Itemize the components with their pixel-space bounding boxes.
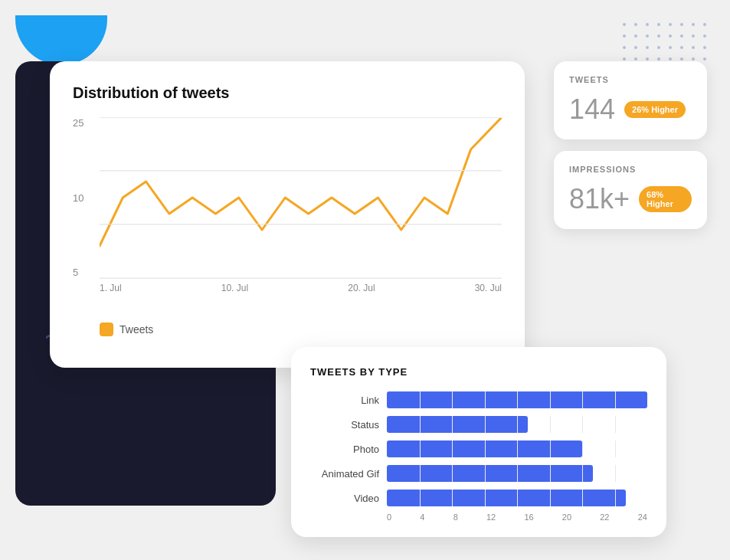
grid-line-bottom — [100, 224, 502, 224]
y-label-25: 25 — [73, 117, 92, 129]
x-label-30jul: 30. Jul — [475, 283, 502, 293]
x-axis-label: 8 — [453, 513, 458, 522]
bar-fill — [387, 416, 528, 433]
dot — [669, 23, 672, 26]
dot — [692, 57, 695, 61]
dot — [669, 34, 672, 38]
impressions-stat-row: 81k+ 68% Higher — [569, 183, 692, 215]
x-label-10jul: 10. Jul — [221, 283, 248, 293]
dot — [680, 57, 683, 61]
legend-label-tweets: Tweets — [119, 323, 153, 336]
impressions-stat-value: 81k+ — [569, 183, 630, 215]
dot — [623, 23, 626, 26]
dot — [646, 34, 649, 38]
dot — [657, 57, 660, 61]
bar-label: Video — [310, 493, 379, 504]
bar-label: Status — [310, 419, 379, 431]
bar-chart-x-axis: 0481216202224 — [310, 513, 647, 522]
distribution-title: Distribution of tweets — [73, 84, 502, 102]
tweets-type-title: TWEETS BY TYPE — [310, 366, 647, 378]
bar-label: Link — [310, 395, 379, 406]
x-axis-label: 0 — [387, 513, 391, 522]
bar-chart: LinkStatusPhotoAnimated GifVideo — [310, 391, 647, 506]
page-wrapper: Distribution of tweets 25 10 5 — [0, 0, 730, 560]
bar-label: Animated Gif — [310, 468, 379, 480]
bar-fill — [387, 465, 593, 482]
bar-row: Video — [310, 490, 647, 506]
dot — [680, 46, 683, 49]
dot — [703, 57, 706, 61]
x-axis-label: 24 — [638, 513, 647, 522]
dot — [657, 34, 660, 38]
tweets-type-card: TWEETS BY TYPE LinkStatusPhotoAnimated G… — [291, 347, 666, 537]
tweets-stat-row: 144 26% Higher — [569, 93, 692, 126]
dot — [703, 23, 706, 26]
dot — [692, 23, 695, 26]
dot — [680, 34, 683, 38]
grid-line-mid — [100, 170, 502, 171]
dot — [623, 46, 626, 49]
dot — [692, 34, 695, 38]
tweets-stat-badge: 26% Higher — [624, 101, 686, 118]
dot — [623, 34, 626, 38]
y-label-10: 10 — [73, 192, 92, 204]
dot — [703, 46, 706, 49]
x-axis-label: 4 — [420, 513, 424, 522]
bar-row: Animated Gif — [310, 465, 647, 482]
y-axis-labels: 25 10 5 — [73, 117, 92, 278]
impressions-stat-badge: 68% Higher — [639, 186, 692, 212]
tweets-stat-value: 144 — [569, 93, 615, 126]
tweets-stat-card: TWEETS 144 26% Higher — [554, 61, 707, 139]
x-axis-label: 12 — [486, 513, 496, 522]
dot — [634, 57, 637, 61]
dot — [634, 46, 637, 49]
dot — [634, 23, 637, 26]
dot — [646, 57, 649, 61]
impressions-stat-card: IMPRESSIONS 81k+ 68% Higher — [554, 151, 707, 229]
x-axis-labels: 1. Jul 10. Jul 20. Jul 30. Jul — [100, 283, 502, 293]
chart-legend: Tweets — [73, 323, 502, 336]
grid-line-base — [100, 278, 502, 279]
semicircle-decoration — [15, 15, 107, 65]
dot — [646, 23, 649, 26]
grid-line-top — [100, 117, 502, 118]
bar-label: Photo — [310, 444, 379, 455]
bar-fill — [387, 490, 626, 506]
bar-row: Status — [310, 416, 647, 433]
bar-row: Photo — [310, 440, 647, 457]
tweets-stat-label: TWEETS — [569, 75, 692, 84]
bar-track — [387, 416, 647, 433]
bar-track — [387, 391, 647, 408]
distribution-card: Distribution of tweets 25 10 5 — [50, 61, 525, 368]
dot — [623, 57, 626, 61]
dot — [680, 23, 683, 26]
dot — [669, 57, 672, 61]
dot — [669, 46, 672, 49]
dot — [657, 46, 660, 49]
legend-color-tweets — [100, 323, 113, 336]
y-label-5: 5 — [73, 267, 92, 278]
bar-track — [387, 465, 647, 482]
x-axis-label: 22 — [600, 513, 609, 522]
x-label-20jul: 20. Jul — [348, 283, 375, 293]
stats-column: TWEETS 144 26% Higher IMPRESSIONS 81k+ 6… — [554, 61, 707, 229]
dot — [692, 46, 695, 49]
dot — [634, 34, 637, 38]
dot — [646, 46, 649, 49]
line-chart-area: 25 10 5 — [73, 117, 502, 316]
bar-row: Link — [310, 391, 647, 408]
x-label-1jul: 1. Jul — [100, 283, 122, 293]
bar-track — [387, 490, 647, 506]
x-axis-label: 20 — [562, 513, 571, 522]
dot — [703, 34, 706, 38]
x-axis-label: 16 — [524, 513, 533, 522]
chart-inner — [100, 117, 502, 278]
bar-track — [387, 440, 647, 457]
impressions-stat-label: IMPRESSIONS — [569, 165, 692, 174]
line-chart-svg — [100, 117, 502, 278]
dot — [657, 23, 660, 26]
